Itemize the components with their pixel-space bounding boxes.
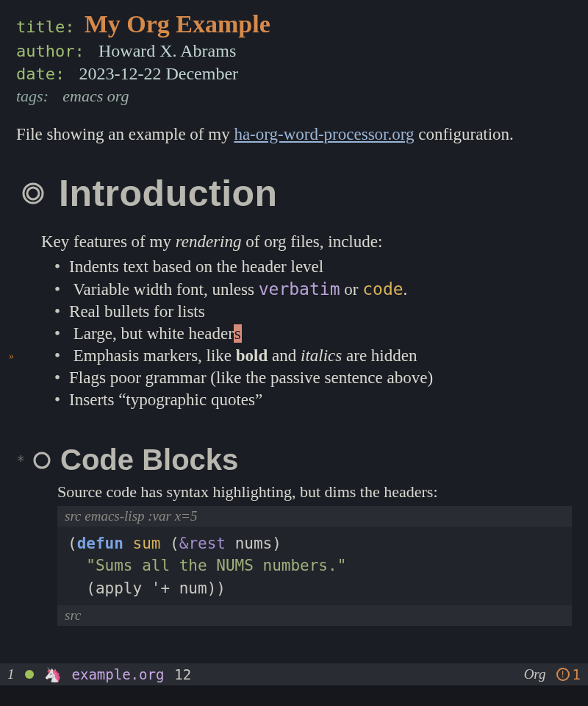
src-end: src xyxy=(57,605,572,626)
lead-post: of org files, include: xyxy=(242,232,383,251)
lead-em: rendering xyxy=(176,232,242,251)
modified-indicator-icon xyxy=(25,670,34,679)
config-link[interactable]: ha-org-word-processor.org xyxy=(234,125,414,143)
verbatim-text: verbatim xyxy=(259,279,340,299)
svg-point-1 xyxy=(27,188,39,199)
meta-key-date: date: xyxy=(16,65,65,83)
doc-title: My Org Example xyxy=(85,10,270,38)
meta-val-author: Howard X. Abrams xyxy=(98,41,236,60)
src-begin: src emacs-lisp :var x=5 xyxy=(57,506,572,527)
lead-pre: Key features of my xyxy=(41,232,176,251)
italic-text: italics xyxy=(301,346,342,365)
buffer-name[interactable]: example.org xyxy=(72,666,165,682)
editor-buffer[interactable]: title: My Org Example author: Howard X. … xyxy=(0,0,588,669)
meta-val-date: 2023-12-22 December xyxy=(79,64,238,83)
section-body: Key features of my rendering of org file… xyxy=(41,232,572,410)
source-block: Source code has syntax highlighting, but… xyxy=(57,482,572,626)
echo-area xyxy=(0,685,588,706)
cursor: s xyxy=(234,324,242,343)
major-mode[interactable]: Org xyxy=(524,666,546,682)
intro-paragraph: File showing an example of my ha-org-wor… xyxy=(16,125,572,144)
modeline[interactable]: 1 🦄 example.org 12 Org ! 1 xyxy=(0,663,588,685)
code-text: code xyxy=(362,279,403,299)
heading-2-text: Code Blocks xyxy=(60,443,238,477)
fringe-marker-icon: » xyxy=(9,351,14,363)
unicorn-icon: 🦄 xyxy=(44,666,62,683)
heading-2: * Code Blocks xyxy=(16,443,572,477)
heading-1-text: Introduction xyxy=(59,172,278,215)
meta-title: title: My Org Example xyxy=(16,10,572,38)
list-item: Large, but white headers xyxy=(54,324,572,343)
evil-state: 1 xyxy=(7,666,15,682)
svg-point-2 xyxy=(35,453,49,468)
warning-count: 1 xyxy=(573,666,581,682)
src-code[interactable]: (defun sum (&rest nums) "Sums all the NU… xyxy=(57,527,572,605)
list-item: Indents text based on the header level xyxy=(54,257,572,277)
list-item: Real bullets for lists xyxy=(54,302,572,321)
list-item: Flags poor grammar (like the passive sen… xyxy=(54,368,572,388)
intro-pre: File showing an example of my xyxy=(16,125,234,143)
src-intro: Source code has syntax highlighting, but… xyxy=(57,482,572,502)
list-item: Inserts “typographic quotes” xyxy=(54,391,572,410)
meta-tags: tags: emacs org xyxy=(16,87,572,106)
bold-text: bold xyxy=(236,346,268,365)
meta-author: author: Howard X. Abrams xyxy=(16,41,572,61)
heading-bullet-icon xyxy=(21,181,46,206)
meta-key-author: author: xyxy=(16,42,85,60)
heading-star: * xyxy=(16,452,25,469)
list-item: » Emphasis markers, like bold and italic… xyxy=(54,346,572,366)
flycheck-warning[interactable]: ! 1 xyxy=(556,666,581,682)
heading-bullet-icon xyxy=(32,451,51,470)
line-number: 12 xyxy=(174,666,191,682)
meta-date: date: 2023-12-22 December xyxy=(16,64,572,84)
intro-post: configuration. xyxy=(414,125,513,143)
meta-val-tags: emacs org xyxy=(62,87,129,105)
meta-key-title: title: xyxy=(16,18,74,36)
list-item: Variable width font, unless verbatim or … xyxy=(54,279,572,299)
feature-list: Indents text based on the header level V… xyxy=(41,257,572,410)
heading-1: Introduction xyxy=(21,172,572,215)
warning-icon: ! xyxy=(556,668,570,681)
meta-key-tags: tags: xyxy=(16,87,49,105)
